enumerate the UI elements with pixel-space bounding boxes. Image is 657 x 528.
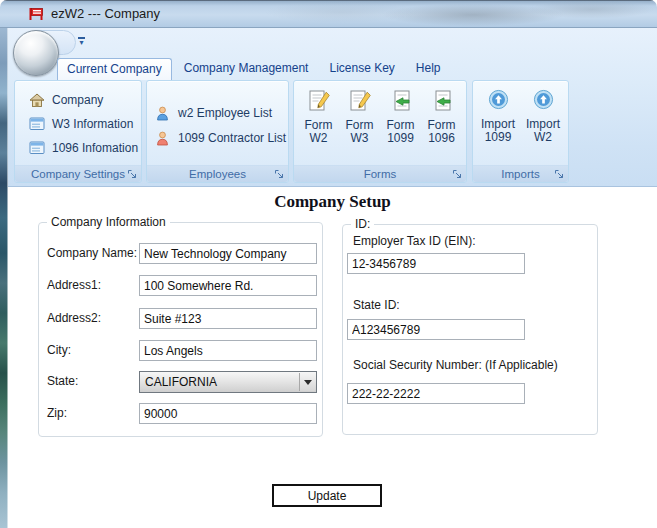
address2-label: Address2: xyxy=(47,311,101,325)
update-button[interactable]: Update xyxy=(272,484,382,507)
ribbon-item-company[interactable]: Company xyxy=(29,90,141,110)
ssn-input[interactable] xyxy=(347,383,525,404)
chevron-down-icon: ▾ xyxy=(74,39,89,46)
address1-label: Address1: xyxy=(47,278,101,292)
chevron-down-icon xyxy=(304,380,312,385)
group-forms: Form W2 xyxy=(293,80,467,183)
ribbon-item-1096-infomation[interactable]: 1096 Infomation xyxy=(29,138,141,158)
groupbox-id: ID: Employer Tax ID (EIN): State ID: Soc… xyxy=(342,224,598,435)
ribbon-button-import-w2[interactable]: Import W2 xyxy=(521,89,566,144)
zip-label: Zip: xyxy=(47,406,67,420)
application-menu-button[interactable] xyxy=(13,30,59,76)
contractor-person-icon xyxy=(155,131,171,146)
ein-label: Employer Tax ID (EIN): xyxy=(353,234,475,248)
group-label: Imports xyxy=(501,168,539,180)
group-label: Forms xyxy=(364,168,397,180)
groupbox-company-information: Company Information Company Name: Addres… xyxy=(38,222,323,437)
ribbon-item-w2-employee-list[interactable]: w2 Employee List xyxy=(155,103,288,123)
form-table-icon xyxy=(29,117,45,132)
app-window: ezW2 --- Company ▾ Current Company Compa… xyxy=(0,0,657,528)
group-label: Employees xyxy=(189,168,246,180)
window-title: ezW2 --- Company xyxy=(51,6,160,21)
ein-input[interactable] xyxy=(347,253,525,274)
ssn-label: Social Security Number: (If Applicable) xyxy=(353,358,558,372)
title-bar[interactable]: ezW2 --- Company xyxy=(0,0,657,28)
page-title: Company Setup xyxy=(8,192,657,212)
city-label: City: xyxy=(47,343,71,357)
ribbon-button-form-1096[interactable]: Form 1096 xyxy=(421,89,462,145)
dialog-launcher-icon[interactable] xyxy=(127,168,138,179)
button-label-line2: 1099 xyxy=(380,132,421,145)
button-label-line2: W2 xyxy=(521,131,566,144)
button-label-line2: W2 xyxy=(298,132,339,145)
ribbon-groups: Company W3 Information xyxy=(8,80,657,184)
employee-person-icon xyxy=(155,106,171,121)
tab-company-management[interactable]: Company Management xyxy=(175,58,318,80)
state-select[interactable]: CALIFORNIA xyxy=(139,371,317,393)
group-company-settings: Company W3 Information xyxy=(14,80,142,183)
form-export-icon xyxy=(430,89,454,113)
form-export-icon xyxy=(389,89,413,113)
dialog-launcher-icon[interactable] xyxy=(554,168,565,179)
groupbox-legend: Company Information xyxy=(47,215,170,229)
ribbon-item-label: Company xyxy=(52,93,103,107)
ribbon-item-label: W3 Information xyxy=(52,117,133,131)
tab-license-key[interactable]: License Key xyxy=(320,58,403,80)
groupbox-legend: ID: xyxy=(351,217,374,231)
state-id-input[interactable] xyxy=(347,319,525,340)
state-id-label: State ID: xyxy=(353,298,400,312)
address1-input[interactable] xyxy=(139,275,317,296)
button-label-line2: 1096 xyxy=(421,132,462,145)
ribbon-item-1099-contractor-list[interactable]: 1099 Contractor List xyxy=(155,128,288,148)
form-edit-icon xyxy=(307,89,331,113)
window-border xyxy=(0,28,8,528)
button-label-line2: W3 xyxy=(339,132,380,145)
city-input[interactable] xyxy=(139,340,317,361)
group-label: Company Settings xyxy=(31,168,125,180)
ribbon-button-form-w2[interactable]: Form W2 xyxy=(298,89,339,145)
import-up-arrow-icon xyxy=(533,89,554,110)
ribbon: ▾ Current Company Company Management Lic… xyxy=(8,28,657,187)
company-name-input[interactable] xyxy=(139,243,317,264)
group-employees: w2 Employee List 1099 Contractor List xyxy=(146,80,289,183)
ribbon-item-w3-information[interactable]: W3 Information xyxy=(29,114,141,134)
group-imports: Import 1099 Import W2 xyxy=(472,80,569,183)
ribbon-button-form-w3[interactable]: Form W3 xyxy=(339,89,380,145)
group-footer-company-settings: Company Settings xyxy=(15,165,141,182)
client-area: Company Setup Company Information Compan… xyxy=(8,187,657,528)
form-edit-icon xyxy=(348,89,372,113)
ribbon-item-label: 1099 Contractor List xyxy=(178,131,286,145)
qat-customize-button[interactable]: ▾ xyxy=(74,35,89,49)
ribbon-item-label: w2 Employee List xyxy=(178,106,272,120)
zip-input[interactable] xyxy=(139,403,317,424)
company-name-label: Company Name: xyxy=(47,246,137,260)
dialog-launcher-icon[interactable] xyxy=(452,168,463,179)
ribbon-button-form-1099[interactable]: Form 1099 xyxy=(380,89,421,145)
state-label: State: xyxy=(47,374,78,388)
state-selected-value: CALIFORNIA xyxy=(145,375,217,389)
group-footer-imports: Imports xyxy=(473,165,568,182)
import-up-arrow-icon xyxy=(488,89,509,110)
ribbon-button-import-1099[interactable]: Import 1099 xyxy=(476,89,521,144)
form-table-icon xyxy=(29,141,45,156)
button-label-line2: 1099 xyxy=(476,131,521,144)
address2-input[interactable] xyxy=(139,308,317,329)
group-footer-forms: Forms xyxy=(294,165,466,182)
dialog-launcher-icon[interactable] xyxy=(274,168,285,179)
ribbon-item-label: 1096 Infomation xyxy=(52,141,138,155)
tab-current-company[interactable]: Current Company xyxy=(57,58,172,80)
group-footer-employees: Employees xyxy=(147,165,288,182)
tab-help[interactable]: Help xyxy=(407,58,450,80)
combo-dropdown-button[interactable] xyxy=(299,373,315,391)
app-icon xyxy=(28,6,44,22)
ribbon-tabs: Current Company Company Management Licen… xyxy=(57,57,453,80)
house-icon xyxy=(29,93,45,108)
